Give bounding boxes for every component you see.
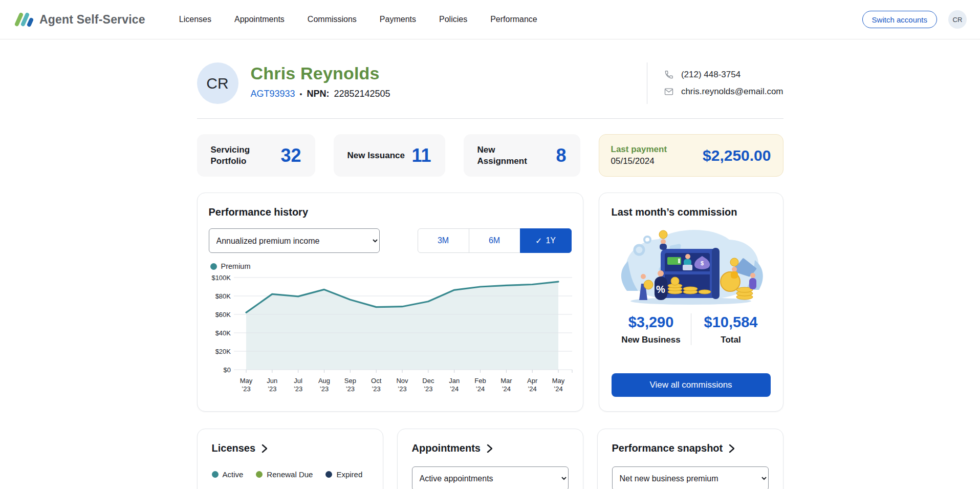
legend-dot	[325, 471, 332, 478]
npn-label: NPN:	[307, 89, 329, 99]
legend-dot	[256, 471, 263, 478]
snapshot-metric-select[interactable]: Net new business premium	[612, 466, 769, 489]
last-payment-amount: $2,250.00	[703, 147, 771, 164]
svg-text:Aug: Aug	[318, 377, 330, 385]
svg-text:Mar: Mar	[500, 377, 512, 385]
svg-text:$60K: $60K	[215, 311, 231, 318]
last-payment-date: 05/15/2024	[611, 156, 667, 167]
check-icon: ✓	[535, 236, 542, 246]
stats-row: Servicing Portfolio 32 New Issuance 11 N…	[197, 134, 783, 177]
nav-item-commissions[interactable]: Commissions	[308, 15, 357, 24]
svg-text:Feb: Feb	[474, 377, 486, 385]
svg-text:May: May	[239, 377, 252, 385]
stat-card-servicing-portfolio: Servicing Portfolio 32	[197, 134, 315, 177]
premium-legend-label: Premium	[221, 262, 251, 270]
performance-snapshot-link[interactable]: Performance snapshot	[612, 442, 769, 454]
svg-text:’23: ’23	[345, 385, 354, 393]
licenses-card: Licenses ActiveRenewal DueExpired	[197, 429, 383, 489]
svg-text:’23: ’23	[268, 385, 276, 393]
svg-text:’24: ’24	[554, 385, 562, 393]
svg-text:’23: ’23	[293, 385, 302, 393]
last-payment-card: Last payment 05/15/2024 $2,250.00	[599, 134, 783, 177]
agent-phone: (212) 448-3754	[681, 70, 741, 80]
appointments-filter-select[interactable]: Active appointments	[412, 466, 569, 489]
svg-text:Jun: Jun	[267, 377, 277, 385]
license-legend-item-renewal-due: Renewal Due	[256, 470, 313, 479]
appointments-card: Appointments Active appointments	[397, 429, 583, 489]
nav-item-licenses[interactable]: Licenses	[179, 15, 211, 24]
user-avatar[interactable]: CR	[948, 10, 967, 29]
svg-text:$20K: $20K	[215, 348, 231, 355]
chart-legend: Premium	[209, 262, 572, 270]
commission-card: Last month’s commission	[599, 193, 783, 412]
agent-email: chris.reynolds@email.com	[681, 87, 783, 97]
performance-history-card: Performance history Annualized premium i…	[197, 193, 583, 412]
stat-card-new-issuance: New Issuance 11	[334, 134, 445, 177]
stat-card-new-assignment: New Assignment 8	[464, 134, 580, 177]
switch-accounts-button[interactable]: Switch accounts	[862, 11, 937, 28]
nav-item-appointments[interactable]: Appointments	[234, 15, 285, 24]
separator-dot: •	[300, 90, 302, 98]
stat-value: 8	[556, 145, 566, 166]
stat-value: 32	[280, 145, 301, 166]
svg-text:$40K: $40K	[215, 329, 231, 337]
svg-text:’23: ’23	[398, 385, 406, 393]
svg-text:Sep: Sep	[344, 377, 356, 385]
agent-id-link[interactable]: AGT93933	[251, 89, 295, 99]
legend-dot	[212, 471, 219, 478]
brand-title: Agent Self-Service	[39, 13, 145, 27]
appointments-card-link[interactable]: Appointments	[412, 442, 569, 454]
stat-label: New Issuance	[347, 150, 405, 161]
nav-item-payments[interactable]: Payments	[380, 15, 416, 24]
agent-name: Chris Reynolds	[251, 63, 390, 83]
svg-text:Dec: Dec	[422, 377, 434, 385]
svg-text:May: May	[552, 377, 564, 385]
new-business-value: $3,290	[612, 314, 691, 331]
stat-label: Servicing Portfolio	[211, 144, 270, 167]
svg-text:’24: ’24	[475, 385, 484, 393]
metric-select[interactable]: Annualized premium income	[209, 228, 380, 253]
range-button-6m[interactable]: 6M	[469, 228, 520, 253]
brand: Agent Self-Service	[13, 11, 145, 28]
main-nav: LicensesAppointmentsCommissionsPaymentsP…	[179, 15, 537, 24]
svg-text:Jan: Jan	[449, 377, 460, 385]
svg-text:$100K: $100K	[211, 274, 231, 282]
svg-text:’23: ’23	[424, 385, 432, 393]
license-legend-item-expired: Expired	[325, 470, 362, 479]
svg-text:’23: ’23	[242, 385, 250, 393]
nav-item-policies[interactable]: Policies	[439, 15, 467, 24]
svg-text:Jul: Jul	[294, 377, 302, 385]
envelope-icon	[664, 87, 674, 97]
licenses-card-link[interactable]: Licenses	[212, 442, 368, 454]
total-label: Total	[691, 335, 771, 345]
last-payment-label: Last payment	[611, 144, 667, 155]
section-divider	[197, 118, 783, 119]
svg-text:Apr: Apr	[527, 377, 538, 385]
svg-text:’24: ’24	[449, 385, 458, 393]
phone-icon	[664, 70, 674, 80]
stat-value: 11	[411, 145, 431, 166]
svg-text:’24: ’24	[528, 385, 536, 393]
premium-legend-dot	[210, 263, 217, 270]
profile-header: CR Chris Reynolds AGT93933 • NPN: 228521…	[197, 39, 783, 104]
commission-illustration: $	[614, 222, 768, 310]
svg-text:’24: ’24	[502, 385, 510, 393]
top-nav-bar: Agent Self-Service LicensesAppointmentsC…	[0, 0, 980, 39]
npn-value: 22852142505	[334, 89, 390, 99]
premium-area-chart: $0$20K$40K$60K$80K$100KMay’23Jun’23Jul’2…	[209, 273, 573, 395]
profile-avatar: CR	[197, 62, 238, 104]
svg-text:Oct: Oct	[371, 377, 382, 385]
view-all-commissions-button[interactable]: View all commissions	[612, 373, 771, 397]
chevron-right-icon	[487, 444, 492, 453]
range-button-3m[interactable]: 3M	[418, 228, 469, 253]
svg-text:$: $	[701, 260, 704, 266]
nav-item-performance[interactable]: Performance	[490, 15, 537, 24]
range-button-1y[interactable]: ✓1Y	[520, 228, 572, 253]
svg-text:%: %	[656, 284, 665, 295]
chevron-right-icon	[729, 444, 734, 453]
performance-snapshot-title: Performance snapshot	[612, 442, 723, 454]
stat-label: New Assignment	[477, 144, 536, 167]
license-status-legend: ActiveRenewal DueExpired	[212, 470, 368, 479]
new-business-label: New Business	[612, 335, 691, 345]
total-value: $10,584	[691, 314, 771, 331]
